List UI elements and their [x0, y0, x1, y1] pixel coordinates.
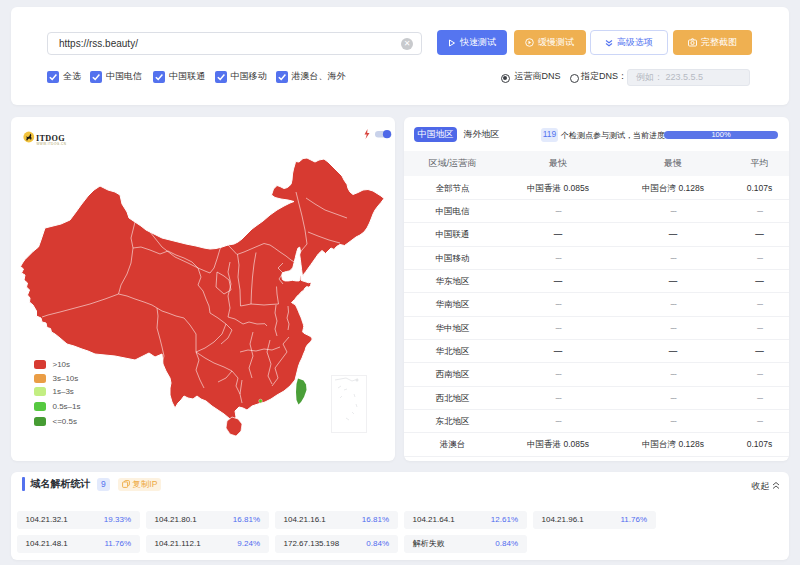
svg-text:WWW.ITDOG.CN: WWW.ITDOG.CN [36, 142, 66, 146]
